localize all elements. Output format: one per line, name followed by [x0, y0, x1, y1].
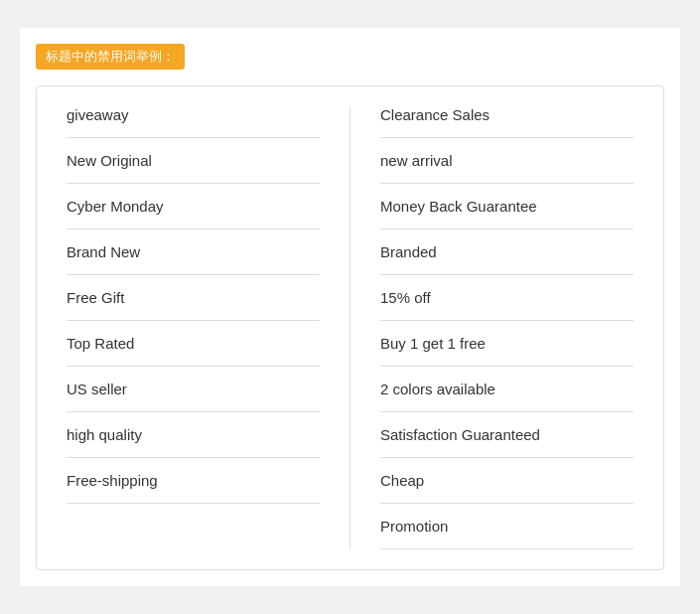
left-column: giveawayNew OriginalCyber MondayBrand Ne… — [67, 106, 350, 549]
list-item: 2 colors available — [380, 367, 633, 412]
list-item: Brand New — [67, 230, 320, 275]
list-item: Cyber Monday — [67, 184, 320, 230]
list-item: Satisfaction Guaranteed — [380, 412, 633, 458]
list-item: Free Gift — [67, 275, 320, 321]
list-item: Promotion — [380, 504, 633, 549]
list-item: Clearance Sales — [380, 106, 633, 138]
list-item: Top Rated — [67, 321, 320, 367]
list-item: new arrival — [380, 138, 633, 184]
list-item: Cheap — [380, 458, 633, 504]
list-item: Branded — [380, 230, 633, 275]
list-item: US seller — [67, 367, 320, 412]
columns-container: giveawayNew OriginalCyber MondayBrand Ne… — [67, 106, 633, 549]
list-item: Free-shipping — [67, 458, 320, 504]
list-item: 15% off — [380, 275, 633, 321]
list-item: Buy 1 get 1 free — [380, 321, 633, 367]
page-container: 标题中的禁用词举例： giveawayNew OriginalCyber Mon… — [20, 28, 680, 586]
list-item: giveaway — [67, 106, 320, 138]
list-item: high quality — [67, 412, 320, 458]
keyword-card: giveawayNew OriginalCyber MondayBrand Ne… — [36, 85, 664, 570]
list-item: New Original — [67, 138, 320, 184]
list-item: Money Back Guarantee — [380, 184, 633, 230]
header-tag: 标题中的禁用词举例： — [36, 44, 185, 70]
right-column: Clearance Salesnew arrivalMoney Back Gua… — [350, 106, 633, 549]
